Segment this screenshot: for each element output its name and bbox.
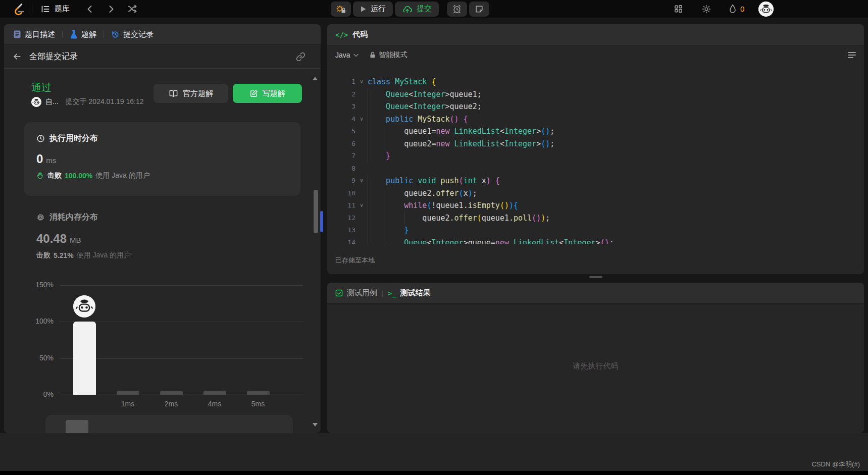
editor-options-icon[interactable]	[848, 51, 856, 59]
runtime-bar[interactable]	[203, 391, 226, 395]
chip-icon	[36, 213, 45, 222]
settings-gear-icon[interactable]	[701, 4, 711, 14]
fold-chevron-icon[interactable]: ∨	[355, 76, 368, 88]
smart-mode-toggle[interactable]: 智能模式	[370, 50, 407, 60]
code-token: (	[459, 187, 464, 200]
flask-icon	[70, 30, 78, 39]
notes-button[interactable]	[469, 2, 489, 17]
code-token: ()	[600, 237, 609, 244]
submit-button[interactable]: 提交	[395, 2, 439, 17]
fold-spacer	[355, 224, 368, 237]
panel-drag-handle[interactable]	[589, 276, 602, 278]
run-button[interactable]: 运行	[353, 2, 393, 17]
code-token: Integer	[413, 100, 445, 113]
leetcode-logo[interactable]	[13, 2, 26, 16]
code-icon: </>	[335, 31, 348, 39]
code-token: Queue	[404, 237, 427, 244]
code-text: class MyStack {	[368, 76, 436, 88]
problem-list-nav[interactable]: 题库	[40, 4, 70, 14]
official-solution-button[interactable]: 官方题解	[154, 84, 228, 103]
scrollbar-thumb[interactable]	[314, 190, 318, 233]
code-token: >	[536, 125, 541, 138]
code-token: poll	[514, 212, 532, 225]
shuffle-icon[interactable]	[127, 3, 139, 15]
fold-chevron-icon[interactable]: ∨	[355, 113, 368, 126]
test-result-body: 请先执行代码	[327, 304, 864, 433]
indent-guide	[368, 224, 404, 237]
x-tick-label: 1ms	[113, 400, 143, 408]
indent-guide	[368, 175, 386, 187]
code-token: ;	[550, 138, 554, 150]
next-problem-button[interactable]	[106, 4, 116, 14]
code-token: queue1=	[404, 125, 436, 138]
code-editor[interactable]: 1∨class MyStack {2Queue<Integer>queue1;3…	[327, 65, 864, 244]
scrollbar-up-arrow[interactable]	[313, 77, 318, 80]
submitter-name: 自...	[45, 97, 59, 107]
runtime-beat-suffix: 使用 Java 的用户	[95, 171, 149, 180]
runtime-bar[interactable]	[247, 391, 270, 395]
runtime-bar[interactable]	[73, 322, 96, 395]
code-token	[491, 175, 495, 187]
back-arrow-icon[interactable]	[12, 51, 22, 62]
chevron-down-icon	[353, 54, 359, 57]
memory-distribution-section: 消耗内存分布 40.48 MB 击败 5.21% 使用 Java 的用户	[36, 212, 248, 260]
code-text: queue2.offer(x);	[368, 187, 477, 200]
debug-lock-icon	[335, 4, 346, 14]
line-number: 10	[334, 187, 355, 200]
line-number: 1	[334, 76, 355, 88]
watermark-text: CSDN @李明(#)	[811, 460, 860, 469]
code-token	[413, 113, 418, 126]
page-bottom-area	[0, 433, 868, 471]
clock-icon	[36, 134, 45, 143]
memory-title: 消耗内存分布	[49, 212, 98, 223]
debug-button[interactable]	[331, 2, 351, 17]
code-token: ;	[550, 125, 554, 138]
code-token: new	[436, 125, 449, 138]
tab-submissions[interactable]: 提交记录	[109, 30, 156, 39]
timer-button[interactable]	[447, 2, 467, 17]
code-text: Queue<Integer>queue2;	[368, 100, 482, 113]
runtime-bar[interactable]	[117, 391, 139, 395]
layout-grid-icon[interactable]	[674, 4, 683, 14]
runtime-bar[interactable]	[160, 391, 183, 395]
code-token: queue2.	[404, 187, 436, 200]
streak-flame-icon[interactable]	[729, 4, 737, 14]
write-solution-button[interactable]: 写题解	[233, 84, 302, 103]
language-selector[interactable]: Java	[335, 51, 359, 59]
code-token: {	[514, 199, 518, 212]
scrollbar-down-arrow[interactable]	[313, 423, 318, 427]
copy-link-icon[interactable]	[296, 52, 305, 62]
line-number: 6	[334, 138, 355, 150]
panel-resize-handle[interactable]	[320, 211, 323, 232]
fold-chevron-icon[interactable]: ∨	[355, 199, 368, 212]
fold-chevron-icon[interactable]: ∨	[355, 175, 368, 187]
submit-label: 提交	[417, 4, 432, 14]
indent-guide	[368, 88, 386, 101]
indent-guide	[368, 100, 386, 113]
line-number: 9	[334, 175, 355, 187]
fold-spacer	[355, 150, 368, 163]
tab-testcase[interactable]: 测试用例	[335, 288, 377, 298]
user-avatar[interactable]	[758, 2, 774, 17]
code-token: )	[486, 175, 491, 187]
official-solution-label: 官方题解	[183, 89, 213, 98]
code-token: public	[386, 175, 413, 187]
code-panel-title: 代码	[352, 30, 368, 39]
tab-testresult[interactable]: >_ 测试结果	[388, 288, 431, 298]
code-line: 14Queue<Integer>queue=new LinkedList<Int…	[327, 237, 864, 244]
indent-guide	[368, 125, 404, 138]
tab-description[interactable]: 题目描述	[11, 30, 57, 39]
fold-spacer	[355, 100, 368, 113]
code-token: (	[477, 212, 482, 225]
tab-solutions[interactable]: 题解	[68, 30, 98, 39]
code-token: queue1.	[482, 212, 514, 225]
code-line: 9∨public void push(int x) {	[327, 175, 864, 187]
code-token: <	[427, 237, 431, 244]
tab-submissions-label: 提交记录	[123, 30, 154, 39]
terminal-icon: >_	[388, 289, 396, 297]
submissions-subheader: 全部提交记录	[4, 45, 321, 69]
top-bar: 题库	[0, 0, 868, 18]
code-token: queue2.	[422, 212, 454, 225]
code-token: !queue1.	[431, 199, 468, 212]
prev-problem-button[interactable]	[85, 4, 95, 14]
